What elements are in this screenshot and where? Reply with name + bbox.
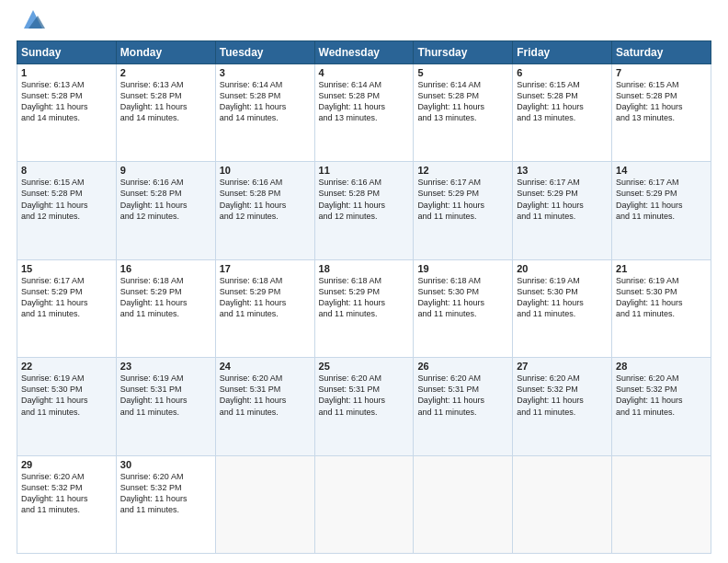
cell-info: Sunrise: 6:16 AMSunset: 5:28 PMDaylight:… <box>319 177 410 222</box>
day-cell: 21Sunrise: 6:19 AMSunset: 5:30 PMDayligh… <box>612 259 711 357</box>
cell-info: Sunrise: 6:15 AMSunset: 5:28 PMDaylight:… <box>21 177 112 222</box>
day-number: 9 <box>120 165 211 176</box>
day-number: 12 <box>417 165 508 176</box>
cell-info: Sunrise: 6:14 AMSunset: 5:28 PMDaylight:… <box>417 79 508 124</box>
day-number: 25 <box>319 361 410 372</box>
day-number: 1 <box>21 67 112 78</box>
day-number: 20 <box>517 263 608 274</box>
day-cell: 6Sunrise: 6:15 AMSunset: 5:28 PMDaylight… <box>513 63 612 161</box>
week-row-4: 22Sunrise: 6:19 AMSunset: 5:30 PMDayligh… <box>17 358 711 455</box>
cell-info: Sunrise: 6:17 AMSunset: 5:29 PMDaylight:… <box>616 177 707 222</box>
day-cell <box>513 455 612 553</box>
day-number: 26 <box>417 361 508 372</box>
day-number: 10 <box>220 165 311 176</box>
day-cell: 2Sunrise: 6:13 AMSunset: 5:28 PMDaylight… <box>116 63 215 161</box>
cell-info: Sunrise: 6:17 AMSunset: 5:29 PMDaylight:… <box>21 275 112 320</box>
cell-info: Sunrise: 6:15 AMSunset: 5:28 PMDaylight:… <box>517 79 608 124</box>
page: SundayMondayTuesdayWednesdayThursdayFrid… <box>0 0 728 563</box>
cell-info: Sunrise: 6:16 AMSunset: 5:28 PMDaylight:… <box>120 177 211 222</box>
cell-info: Sunrise: 6:20 AMSunset: 5:32 PMDaylight:… <box>120 471 211 516</box>
cell-info: Sunrise: 6:20 AMSunset: 5:32 PMDaylight:… <box>517 373 608 418</box>
day-cell: 17Sunrise: 6:18 AMSunset: 5:29 PMDayligh… <box>215 259 314 357</box>
cell-info: Sunrise: 6:16 AMSunset: 5:28 PMDaylight:… <box>220 177 311 222</box>
day-number: 2 <box>120 67 211 78</box>
day-cell: 9Sunrise: 6:16 AMSunset: 5:28 PMDaylight… <box>116 162 215 259</box>
cell-info: Sunrise: 6:15 AMSunset: 5:28 PMDaylight:… <box>616 79 707 124</box>
day-cell: 11Sunrise: 6:16 AMSunset: 5:28 PMDayligh… <box>314 162 414 259</box>
day-number: 27 <box>517 361 608 372</box>
day-cell: 13Sunrise: 6:17 AMSunset: 5:29 PMDayligh… <box>513 162 612 259</box>
day-cell: 8Sunrise: 6:15 AMSunset: 5:28 PMDaylight… <box>17 162 117 259</box>
day-cell: 10Sunrise: 6:16 AMSunset: 5:28 PMDayligh… <box>215 162 314 259</box>
cell-info: Sunrise: 6:20 AMSunset: 5:32 PMDaylight:… <box>616 373 707 418</box>
cell-info: Sunrise: 6:14 AMSunset: 5:28 PMDaylight:… <box>319 79 410 124</box>
header-row: SundayMondayTuesdayWednesdayThursdayFrid… <box>17 40 711 63</box>
day-cell: 27Sunrise: 6:20 AMSunset: 5:32 PMDayligh… <box>513 358 612 455</box>
day-number: 29 <box>21 459 112 470</box>
day-number: 11 <box>319 165 410 176</box>
cell-info: Sunrise: 6:18 AMSunset: 5:29 PMDaylight:… <box>120 275 211 320</box>
day-number: 14 <box>616 165 707 176</box>
day-number: 6 <box>517 67 608 78</box>
day-cell <box>414 455 513 553</box>
day-number: 16 <box>120 263 211 274</box>
day-number: 3 <box>220 67 311 78</box>
day-cell: 14Sunrise: 6:17 AMSunset: 5:29 PMDayligh… <box>612 162 711 259</box>
cell-info: Sunrise: 6:20 AMSunset: 5:31 PMDaylight:… <box>220 373 311 418</box>
day-cell: 28Sunrise: 6:20 AMSunset: 5:32 PMDayligh… <box>612 358 711 455</box>
day-cell: 18Sunrise: 6:18 AMSunset: 5:29 PMDayligh… <box>314 259 414 357</box>
col-header-wednesday: Wednesday <box>314 40 414 63</box>
cell-info: Sunrise: 6:20 AMSunset: 5:31 PMDaylight:… <box>417 373 508 418</box>
cell-info: Sunrise: 6:19 AMSunset: 5:30 PMDaylight:… <box>21 373 112 418</box>
cell-info: Sunrise: 6:19 AMSunset: 5:30 PMDaylight:… <box>517 275 608 320</box>
day-cell: 19Sunrise: 6:18 AMSunset: 5:30 PMDayligh… <box>414 259 513 357</box>
day-cell: 24Sunrise: 6:20 AMSunset: 5:31 PMDayligh… <box>215 358 314 455</box>
calendar-table: SundayMondayTuesdayWednesdayThursdayFrid… <box>17 40 711 554</box>
day-number: 18 <box>319 263 410 274</box>
day-number: 30 <box>120 459 211 470</box>
cell-info: Sunrise: 6:17 AMSunset: 5:29 PMDaylight:… <box>417 177 508 222</box>
logo <box>17 15 47 33</box>
col-header-thursday: Thursday <box>414 40 513 63</box>
week-row-2: 8Sunrise: 6:15 AMSunset: 5:28 PMDaylight… <box>17 162 711 259</box>
day-cell: 20Sunrise: 6:19 AMSunset: 5:30 PMDayligh… <box>513 259 612 357</box>
week-row-5: 29Sunrise: 6:20 AMSunset: 5:32 PMDayligh… <box>17 455 711 553</box>
day-cell <box>314 455 414 553</box>
header <box>17 15 711 33</box>
week-row-3: 15Sunrise: 6:17 AMSunset: 5:29 PMDayligh… <box>17 259 711 357</box>
day-number: 5 <box>417 67 508 78</box>
day-cell: 25Sunrise: 6:20 AMSunset: 5:31 PMDayligh… <box>314 358 414 455</box>
cell-info: Sunrise: 6:18 AMSunset: 5:29 PMDaylight:… <box>319 275 410 320</box>
col-header-tuesday: Tuesday <box>215 40 314 63</box>
day-number: 24 <box>220 361 311 372</box>
day-number: 23 <box>120 361 211 372</box>
col-header-monday: Monday <box>116 40 215 63</box>
day-cell: 26Sunrise: 6:20 AMSunset: 5:31 PMDayligh… <box>414 358 513 455</box>
day-number: 13 <box>517 165 608 176</box>
col-header-friday: Friday <box>513 40 612 63</box>
day-number: 4 <box>319 67 410 78</box>
day-number: 19 <box>417 263 508 274</box>
day-cell: 4Sunrise: 6:14 AMSunset: 5:28 PMDaylight… <box>314 63 414 161</box>
col-header-sunday: Sunday <box>17 40 117 63</box>
day-cell: 12Sunrise: 6:17 AMSunset: 5:29 PMDayligh… <box>414 162 513 259</box>
cell-info: Sunrise: 6:14 AMSunset: 5:28 PMDaylight:… <box>220 79 311 124</box>
day-cell: 7Sunrise: 6:15 AMSunset: 5:28 PMDaylight… <box>612 63 711 161</box>
day-cell: 30Sunrise: 6:20 AMSunset: 5:32 PMDayligh… <box>116 455 215 553</box>
cell-info: Sunrise: 6:20 AMSunset: 5:31 PMDaylight:… <box>319 373 410 418</box>
cell-info: Sunrise: 6:20 AMSunset: 5:32 PMDaylight:… <box>21 471 112 516</box>
day-cell: 3Sunrise: 6:14 AMSunset: 5:28 PMDaylight… <box>215 63 314 161</box>
cell-info: Sunrise: 6:17 AMSunset: 5:29 PMDaylight:… <box>517 177 608 222</box>
day-cell: 16Sunrise: 6:18 AMSunset: 5:29 PMDayligh… <box>116 259 215 357</box>
cell-info: Sunrise: 6:13 AMSunset: 5:28 PMDaylight:… <box>120 79 211 124</box>
day-number: 17 <box>220 263 311 274</box>
cell-info: Sunrise: 6:19 AMSunset: 5:31 PMDaylight:… <box>120 373 211 418</box>
day-number: 21 <box>616 263 707 274</box>
day-number: 15 <box>21 263 112 274</box>
cell-info: Sunrise: 6:19 AMSunset: 5:30 PMDaylight:… <box>616 275 707 320</box>
day-cell: 23Sunrise: 6:19 AMSunset: 5:31 PMDayligh… <box>116 358 215 455</box>
logo-icon <box>19 8 47 32</box>
cell-info: Sunrise: 6:13 AMSunset: 5:28 PMDaylight:… <box>21 79 112 124</box>
day-number: 7 <box>616 67 707 78</box>
cell-info: Sunrise: 6:18 AMSunset: 5:29 PMDaylight:… <box>220 275 311 320</box>
